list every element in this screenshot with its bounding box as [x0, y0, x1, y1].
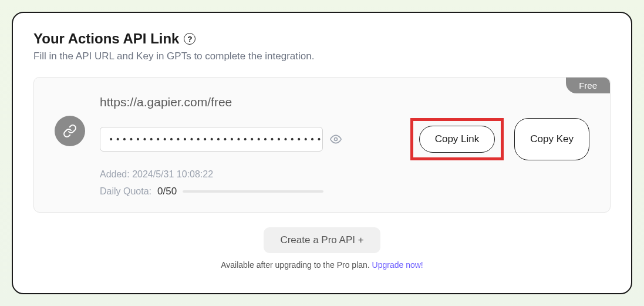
api-url: https://a.gapier.com/free [100, 95, 589, 109]
copy-link-button[interactable]: Copy Link [419, 126, 495, 153]
eye-icon[interactable] [330, 133, 342, 145]
svg-point-0 [335, 138, 338, 141]
api-key-field[interactable]: ••••••••••••••••••••••••••••••••••••••••… [100, 127, 323, 152]
tier-badge: Free [566, 78, 610, 93]
quota-value: 0/50 [157, 186, 177, 197]
title-row: Your Actions API Link ? [33, 31, 611, 47]
key-row: ••••••••••••••••••••••••••••••••••••••••… [100, 118, 589, 160]
highlight-box: Copy Link [410, 118, 504, 160]
page-title: Your Actions API Link [33, 31, 179, 47]
api-box: Free https://a.gapier.com/free •••••••••… [33, 77, 611, 213]
buttons-group: Copy Link Copy Key [410, 118, 589, 160]
bottom-section: Create a Pro API + Available after upgra… [33, 227, 611, 270]
quota-row: Daily Quota: 0/50 [100, 186, 589, 197]
subtitle: Fill in the API URL and Key in GPTs to c… [33, 51, 611, 62]
added-timestamp: Added: 2024/5/31 10:08:22 [100, 169, 589, 180]
quota-label: Daily Quota: [100, 186, 151, 197]
copy-key-button[interactable]: Copy Key [514, 118, 589, 160]
upgrade-text-label: Available after upgrading to the Pro pla… [221, 260, 372, 270]
create-pro-api-button[interactable]: Create a Pro API + [264, 227, 380, 253]
main-card: Your Actions API Link ? Fill in the API … [12, 12, 632, 294]
help-icon[interactable]: ? [184, 33, 195, 45]
api-details: https://a.gapier.com/free ••••••••••••••… [100, 95, 589, 197]
upgrade-link[interactable]: Upgrade now! [372, 260, 423, 270]
link-icon [55, 116, 85, 146]
upgrade-text: Available after upgrading to the Pro pla… [33, 260, 611, 270]
api-content: https://a.gapier.com/free ••••••••••••••… [55, 95, 589, 197]
header: Your Actions API Link ? Fill in the API … [33, 31, 611, 62]
quota-progress-bar [183, 190, 323, 193]
